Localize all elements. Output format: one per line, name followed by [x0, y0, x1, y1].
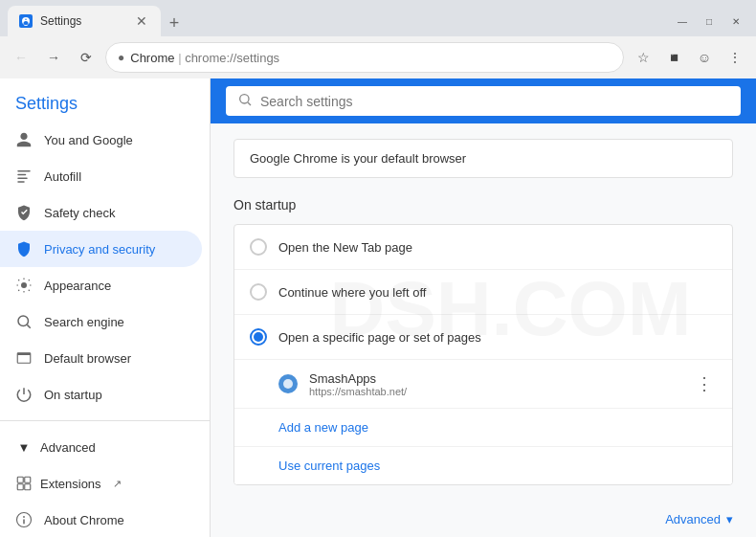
search-bar-inner[interactable] [226, 86, 741, 116]
appearance-icon [15, 277, 33, 294]
about-chrome-icon [15, 511, 33, 528]
power-icon [15, 386, 33, 403]
startup-section-title: On startup [233, 197, 733, 213]
svg-rect-0 [17, 170, 31, 172]
sidebar-label-safety-check: Safety check [44, 206, 187, 220]
address-path: chrome://settings [185, 51, 279, 65]
startup-card: Open the New Tab page Continue where you… [233, 224, 733, 485]
radio-circle-new-tab [250, 238, 267, 256]
advanced-footer-label: Advanced [665, 512, 721, 526]
menu-button[interactable]: ⋮ [722, 44, 748, 71]
sidebar: Settings You and Google Autofill Safety … [0, 78, 211, 537]
advanced-expand-icon: ▼ [15, 438, 33, 456]
sidebar-item-safety-check[interactable]: Safety check [0, 194, 202, 231]
default-browser-message: Google Chrome is your default browser [250, 151, 466, 166]
extensions-button[interactable]: ◾ [660, 44, 687, 71]
privacy-icon [15, 240, 33, 257]
sidebar-label-you-and-google: You and Google [44, 133, 187, 147]
svg-rect-9 [17, 477, 23, 482]
svg-point-18 [283, 379, 293, 389]
radio-circle-continue [250, 283, 267, 301]
address-lock-icon: ● [118, 51, 124, 64]
radio-inner-dot [254, 332, 263, 342]
svg-point-5 [18, 316, 29, 326]
sidebar-item-privacy-security[interactable]: Privacy and security [0, 231, 202, 267]
radio-circle-specific-page [250, 328, 267, 346]
sidebar-label-on-startup: On startup [44, 388, 187, 402]
svg-line-17 [248, 102, 251, 105]
sidebar-item-you-and-google[interactable]: You and Google [0, 122, 202, 158]
sidebar-extensions[interactable]: Extensions ↗ [0, 465, 210, 502]
content-footer: Advanced ▾ [211, 501, 756, 537]
search-input[interactable] [260, 94, 729, 109]
site-name: SmashApps [309, 371, 680, 386]
startup-option-specific-page[interactable]: Open a specific page or set of pages [234, 315, 732, 360]
sidebar-label-appearance: Appearance [44, 279, 187, 293]
sidebar-item-about-chrome[interactable]: About Chrome [0, 502, 202, 537]
sidebar-advanced[interactable]: ▼ Advanced [0, 429, 210, 465]
sidebar-item-autofill[interactable]: Autofill [0, 158, 202, 194]
site-menu-button[interactable]: ⋮ [692, 369, 717, 398]
radio-label-new-tab: Open the New Tab page [278, 240, 412, 255]
back-button[interactable]: ← [8, 44, 34, 71]
profile-button[interactable]: ☺ [691, 44, 718, 71]
search-icon [237, 92, 253, 110]
site-favicon [278, 374, 298, 393]
sidebar-item-on-startup[interactable]: On startup [0, 376, 202, 413]
new-tab-button[interactable]: + [161, 10, 188, 36]
tab-title: Settings [40, 14, 126, 28]
svg-rect-15 [23, 519, 25, 524]
sidebar-extensions-label: Extensions [40, 477, 101, 491]
forward-button[interactable]: → [40, 44, 67, 71]
svg-rect-8 [17, 353, 31, 355]
content-body: Google Chrome is your default browser On… [211, 123, 756, 501]
advanced-dropdown-icon: ▾ [726, 512, 733, 526]
safety-check-icon [15, 204, 33, 221]
default-browser-banner: Google Chrome is your default browser [233, 139, 733, 178]
restore-button[interactable]: □ [697, 11, 722, 31]
sidebar-label-default-browser: Default browser [44, 351, 187, 366]
minimize-button[interactable]: — [670, 11, 695, 31]
search-bar [211, 78, 756, 123]
address-domain: Chrome [130, 51, 174, 65]
sidebar-title: Settings [0, 78, 210, 122]
tab-bar: Settings ✕ + — □ ✕ [0, 0, 756, 36]
person-icon [15, 131, 33, 148]
browser-window: Settings ✕ + — □ ✕ ← → ⟳ ● Chrome | chro… [0, 0, 756, 78]
sidebar-label-about-chrome: About Chrome [44, 513, 187, 527]
svg-rect-3 [17, 181, 25, 183]
site-entry: SmashApps https://smashtab.net/ ⋮ [234, 360, 732, 409]
svg-rect-10 [25, 477, 31, 482]
add-page-link[interactable]: Add a new page [234, 409, 732, 447]
svg-rect-2 [17, 178, 28, 180]
search-engine-icon [15, 313, 33, 330]
settings-tab[interactable]: Settings ✕ [8, 6, 161, 36]
sidebar-item-search-engine[interactable]: Search engine [0, 303, 202, 340]
svg-point-14 [23, 516, 25, 518]
radio-label-specific-page: Open a specific page or set of pages [278, 330, 481, 345]
tab-close-button[interactable]: ✕ [134, 13, 149, 29]
startup-option-new-tab[interactable]: Open the New Tab page [234, 225, 732, 270]
advanced-footer-button[interactable]: Advanced ▾ [665, 512, 733, 526]
nav-bar: ← → ⟳ ● Chrome | chrome://settings ☆ ◾ ☺… [0, 36, 756, 78]
sidebar-item-appearance[interactable]: Appearance [0, 267, 202, 303]
radio-label-continue: Continue where you left off [278, 285, 426, 300]
address-bar[interactable]: ● Chrome | chrome://settings [105, 42, 624, 73]
svg-rect-11 [17, 484, 23, 490]
svg-point-4 [21, 282, 27, 288]
reload-button[interactable]: ⟳ [73, 44, 100, 71]
default-browser-icon [15, 349, 33, 367]
sidebar-item-default-browser[interactable]: Default browser [0, 340, 202, 376]
bookmark-button[interactable]: ☆ [630, 44, 656, 71]
sidebar-divider [0, 420, 210, 421]
site-url: https://smashtab.net/ [309, 386, 680, 397]
sidebar-label-privacy-security: Privacy and security [44, 242, 187, 257]
autofill-icon [15, 168, 33, 185]
external-link-icon: ↗ [113, 478, 122, 490]
svg-rect-12 [25, 484, 31, 490]
tab-favicon [19, 14, 33, 28]
site-info: SmashApps https://smashtab.net/ [309, 371, 680, 397]
use-current-pages-link[interactable]: Use current pages [234, 447, 732, 484]
startup-option-continue[interactable]: Continue where you left off [234, 270, 732, 315]
close-button[interactable]: ✕ [723, 11, 748, 31]
